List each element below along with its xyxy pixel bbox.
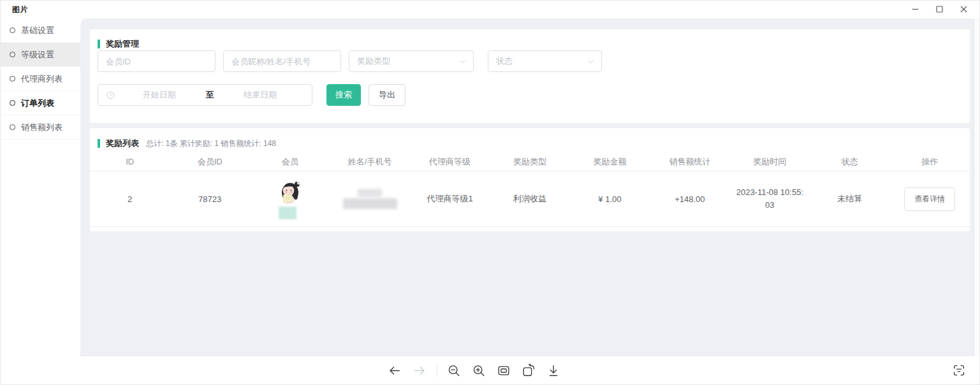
col-header-id: ID: [126, 157, 134, 166]
window-controls: [903, 1, 976, 17]
filter-card-title: 奖励管理: [98, 38, 139, 50]
zoom-out-button[interactable]: [445, 362, 462, 379]
back-button[interactable]: [386, 362, 403, 379]
sidebar-item-sales-list[interactable]: 销售额列表: [1, 115, 80, 140]
zoom-in-icon: [472, 363, 486, 377]
window-title: 图片: [12, 4, 28, 15]
member-name-input[interactable]: [223, 50, 341, 72]
start-date-input[interactable]: 开始日期: [115, 89, 203, 101]
minimize-icon: [911, 5, 919, 13]
photo-viewer-toolbar: [1, 356, 979, 384]
text-scan-ocr-button[interactable]: [950, 361, 968, 379]
radio-circle-icon: [10, 124, 15, 130]
col-header-reward-time: 奖励时间: [753, 156, 786, 168]
vertical-scrollbar[interactable]: [974, 18, 979, 356]
col-header-sales-total: 销售额统计: [669, 156, 710, 168]
reward-type-select[interactable]: 奖励类型: [349, 50, 474, 72]
fit-to-window-icon: [497, 363, 511, 377]
date-separator: 至: [203, 89, 217, 101]
col-header-member: 会员: [282, 156, 298, 168]
sidebar-item-basic-settings[interactable]: 基础设置: [1, 18, 80, 43]
reward-filter-card: 奖励管理 奖励类型 状态 开始日期 至 结束日期: [90, 29, 970, 123]
avatar-cartoon-girl: [276, 179, 304, 207]
download-icon: [546, 363, 560, 377]
cell-status: 未结算: [837, 193, 862, 205]
main-content: 奖励管理 奖励类型 状态 开始日期 至 结束日期: [80, 18, 974, 356]
sidebar: 基础设置 等级设置 代理商列表 订单列表 销售额列表: [1, 18, 80, 356]
accent-bar: [98, 139, 100, 148]
avatar-blurred-block: [279, 207, 296, 219]
sidebar-item-label: 代理商列表: [21, 73, 62, 85]
table-title: 奖励列表: [106, 138, 139, 149]
cell-sales-total: +148.00: [675, 194, 705, 204]
cell-member-avatar: [276, 179, 304, 219]
accent-bar: [98, 40, 100, 48]
table-row: 2 78723: [90, 171, 970, 227]
filter-row-1: 奖励类型 状态: [98, 50, 602, 72]
back-arrow-icon: [388, 363, 402, 377]
sidebar-item-label: 订单列表: [21, 98, 54, 109]
redacted-phone-block: [343, 198, 397, 209]
col-header-status: 状态: [842, 156, 858, 168]
minimize-button[interactable]: [903, 1, 927, 17]
zoom-out-icon: [447, 363, 461, 377]
col-header-name-phone: 姓名/手机号: [348, 156, 392, 168]
forward-arrow-icon: [413, 363, 427, 377]
close-button[interactable]: [951, 1, 976, 17]
export-button[interactable]: 导出: [369, 84, 406, 106]
table-card-title: 奖励列表 总计: 1条 累计奖励: 1 销售额统计: 148: [98, 138, 276, 149]
zoom-in-button[interactable]: [470, 362, 487, 379]
sidebar-item-label: 基础设置: [21, 25, 54, 36]
sidebar-item-level-settings[interactable]: 等级设置: [1, 43, 80, 67]
col-header-agent-level: 代理商等级: [429, 156, 471, 168]
forward-button[interactable]: [411, 362, 428, 379]
save-download-button[interactable]: [545, 362, 562, 379]
maximize-button[interactable]: [927, 1, 951, 17]
radio-circle-icon: [10, 27, 15, 33]
text-scan-icon: [952, 363, 966, 377]
radio-circle-icon: [10, 100, 15, 106]
col-header-member-id: 会员ID: [198, 156, 223, 168]
cell-reward-type: 利润收益: [513, 193, 546, 205]
cell-reward-amount: ¥ 1.00: [598, 194, 621, 204]
chevron-down-icon: [587, 57, 595, 66]
table-summary-stats: 总计: 1条 累计奖励: 1 销售额统计: 148: [146, 138, 276, 149]
status-select[interactable]: 状态: [488, 50, 602, 72]
cell-member-id: 78723: [198, 194, 221, 204]
view-detail-button[interactable]: 查看详情: [904, 187, 955, 211]
date-range-picker[interactable]: 开始日期 至 结束日期: [98, 84, 312, 106]
search-button[interactable]: 搜索: [326, 84, 361, 106]
cell-reward-time: 2023-11-08 10:55:03: [735, 186, 805, 212]
reward-list-card: 奖励列表 总计: 1条 累计奖励: 1 销售额统计: 148 ID 会员ID 会…: [90, 128, 970, 231]
toolbar-divider: [437, 364, 437, 377]
clock-icon: [106, 91, 115, 100]
title-bar: 图片: [1, 1, 979, 18]
member-id-input[interactable]: [98, 50, 216, 72]
col-header-actions: 操作: [921, 156, 938, 168]
sidebar-item-order-list[interactable]: 订单列表: [1, 91, 80, 115]
cell-agent-level: 代理商等级1: [427, 193, 472, 205]
photos-app-window: 图片 基础设置 等级设置 代理商列表 订单列表: [0, 0, 980, 385]
end-date-input[interactable]: 结束日期: [217, 89, 305, 101]
sidebar-item-label: 等级设置: [21, 49, 54, 61]
chevron-down-icon: [458, 57, 467, 66]
radio-circle-icon: [10, 76, 15, 82]
fit-to-window-button[interactable]: [495, 362, 512, 379]
page-title: 奖励管理: [106, 38, 139, 50]
table-header-row: ID 会员ID 会员 姓名/手机号 代理商等级 奖励类型 奖励金额 销售额统计 …: [90, 152, 970, 171]
toolbar-icon-group: [386, 362, 569, 379]
cell-name-phone-redacted: [343, 189, 397, 209]
radio-circle-icon: [10, 52, 15, 57]
redacted-name-block: [358, 189, 382, 197]
col-header-reward-amount: 奖励金额: [593, 156, 626, 168]
reward-type-placeholder: 奖励类型: [357, 55, 390, 67]
cell-id: 2: [128, 194, 132, 204]
rotate-button[interactable]: [520, 362, 537, 379]
sidebar-item-label: 销售额列表: [21, 122, 62, 133]
status-placeholder: 状态: [496, 55, 513, 67]
filter-row-2: 开始日期 至 结束日期 搜索 导出: [98, 84, 406, 106]
sidebar-item-agent-list[interactable]: 代理商列表: [1, 67, 80, 91]
maximize-icon: [935, 5, 944, 13]
close-icon: [960, 5, 968, 13]
rotate-icon: [522, 363, 536, 377]
